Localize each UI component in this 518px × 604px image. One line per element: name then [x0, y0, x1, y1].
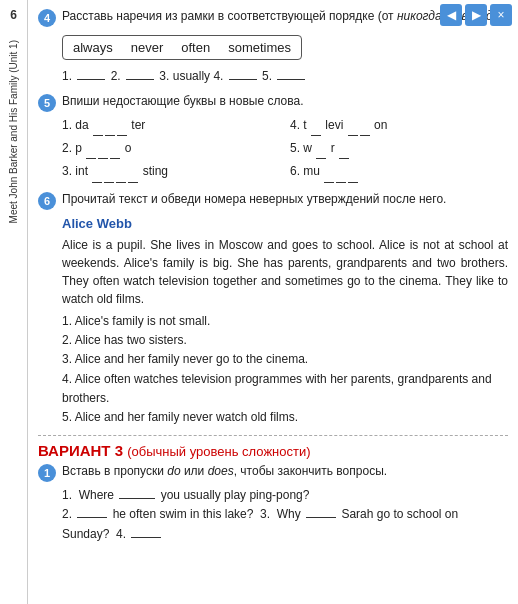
- blank-last-4[interactable]: [131, 537, 161, 538]
- blank-4-4[interactable]: [229, 79, 257, 80]
- task-5-row-1-right: 4. t levi on: [290, 116, 508, 136]
- b18[interactable]: [348, 162, 358, 182]
- task-5-instruction: Впиши недостающие буквы в новые слова.: [62, 93, 508, 110]
- task-6-header: 6 Прочитай текст и обведи номера неверны…: [38, 191, 508, 210]
- task-5-header: 5 Впиши недостающие буквы в новые слова.: [38, 93, 508, 112]
- blank-4-1[interactable]: [77, 79, 105, 80]
- b11[interactable]: [339, 139, 349, 159]
- word-always: always: [73, 40, 113, 55]
- task-5-row-1-left: 1. da ter: [62, 116, 280, 136]
- word-sometimes: sometimes: [228, 40, 291, 55]
- last-line-2: 2. he often swim in this lake? 3. Why Sa…: [62, 505, 508, 543]
- word-box: always never often sometimes: [62, 35, 302, 60]
- b9[interactable]: [110, 139, 120, 159]
- b7[interactable]: [86, 139, 96, 159]
- statement-4: 4. Alice often watches television progra…: [62, 370, 508, 408]
- b3[interactable]: [117, 116, 127, 136]
- b1[interactable]: [93, 116, 103, 136]
- top-buttons: ◀ ▶ ×: [434, 0, 518, 30]
- b2[interactable]: [105, 116, 115, 136]
- b13[interactable]: [104, 162, 114, 182]
- statement-3: 3. Alice and her family never go to the …: [62, 350, 508, 369]
- task-6: 6 Прочитай текст и обведи номера неверны…: [38, 191, 508, 428]
- statement-5: 5. Alice and her family never watch old …: [62, 408, 508, 427]
- text-body: Alice is a pupil. She lives in Moscow an…: [62, 236, 508, 308]
- page-number: 6: [10, 8, 17, 22]
- last-fill-lines: 1. Where you usually play ping-pong? 2. …: [62, 486, 508, 544]
- close-button[interactable]: ×: [490, 4, 512, 26]
- last-task-number: 1: [38, 464, 56, 482]
- page: ◀ ▶ × 6 Meet John Barker and His Family …: [0, 0, 518, 604]
- b16[interactable]: [324, 162, 334, 182]
- text-title: Alice Webb: [62, 214, 508, 234]
- blank-4-5[interactable]: [277, 79, 305, 80]
- task-4-number: 4: [38, 9, 56, 27]
- task-5-row-2-right: 5. w r: [290, 139, 508, 159]
- statement-1: 1. Alice's family is not small.: [62, 312, 508, 331]
- blank-last-3[interactable]: [306, 517, 336, 518]
- last-task-instruction: Вставь в пропуски do или does, чтобы зак…: [62, 463, 508, 480]
- statement-2: 2. Alice has two sisters.: [62, 331, 508, 350]
- last-line-1: 1. Where you usually play ping-pong?: [62, 486, 508, 505]
- b17[interactable]: [336, 162, 346, 182]
- b6[interactable]: [360, 116, 370, 136]
- sidebar: 6 Meet John Barker and His Family (Unit …: [0, 0, 28, 604]
- variant-header: ВАРИАНТ 3 (обычный уровень сложности): [38, 442, 508, 459]
- statements-list: 1. Alice's family is not small. 2. Alice…: [62, 312, 508, 427]
- next-button[interactable]: ▶: [465, 4, 487, 26]
- sidebar-text: Meet John Barker and His Family (Unit 1): [7, 40, 21, 223]
- prev-button[interactable]: ◀: [440, 4, 462, 26]
- b5[interactable]: [348, 116, 358, 136]
- task-5-grid: 1. da ter 4. t levi on 2. p o 5. w r 3. …: [62, 116, 508, 183]
- blank-last-1[interactable]: [119, 498, 155, 499]
- task-6-text-block: Alice Webb Alice is a pupil. She lives i…: [62, 214, 508, 428]
- task-5-row-3-left: 3. int sting: [62, 162, 280, 182]
- task-5-row-3-right: 6. mu: [290, 162, 508, 182]
- main-content: 4 Расставь наречия из рамки в соответств…: [28, 0, 518, 604]
- last-task-header: 1 Вставь в пропуски do или does, чтобы з…: [38, 463, 508, 482]
- b15[interactable]: [128, 162, 138, 182]
- last-task-1: 1 Вставь в пропуски do или does, чтобы з…: [38, 463, 508, 544]
- task-5-row-2-left: 2. p o: [62, 139, 280, 159]
- variant-divider: [38, 435, 508, 436]
- b12[interactable]: [92, 162, 102, 182]
- word-never: never: [131, 40, 164, 55]
- b8[interactable]: [98, 139, 108, 159]
- task-5-number: 5: [38, 94, 56, 112]
- b4[interactable]: [311, 116, 321, 136]
- blank-last-2[interactable]: [77, 517, 107, 518]
- task-6-number: 6: [38, 192, 56, 210]
- word-often: often: [181, 40, 210, 55]
- task-5: 5 Впиши недостающие буквы в новые слова.…: [38, 93, 508, 183]
- b14[interactable]: [116, 162, 126, 182]
- task-4-blanks: 1. 2. 3. usually 4. 5.: [62, 67, 508, 85]
- blank-4-2[interactable]: [126, 79, 154, 80]
- b10[interactable]: [316, 139, 326, 159]
- task-6-instruction: Прочитай текст и обведи номера неверных …: [62, 191, 508, 208]
